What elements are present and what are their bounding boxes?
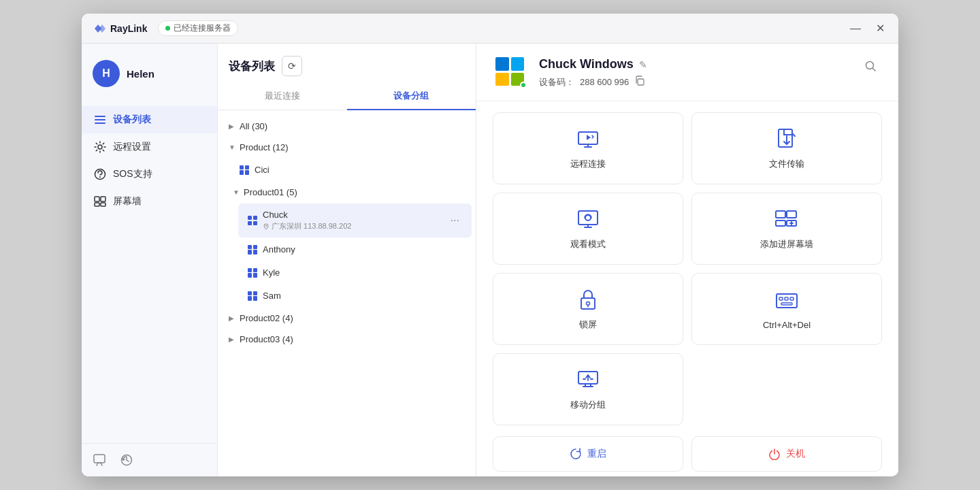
history-button[interactable] — [120, 453, 133, 467]
tree-item-anthony[interactable]: Anthony — [238, 238, 472, 261]
search-button[interactable] — [862, 57, 879, 78]
tree-group-all-header[interactable]: ▶ All (30) — [218, 116, 476, 137]
tree-group-product01-header[interactable]: ▼ Product01 (5) — [226, 182, 476, 203]
panel-header: 设备列表 ⟳ — [218, 44, 476, 83]
svg-rect-28 — [790, 297, 794, 300]
edit-icon[interactable]: ✎ — [639, 59, 647, 70]
detail-code-row: 设备码： 288 600 996 — [539, 76, 647, 88]
sam-device-icon — [248, 291, 257, 301]
tree-group-product-label: Product (12) — [240, 142, 289, 152]
tree-group-product03: ▶ Product03 (4) — [218, 329, 476, 350]
gear-icon — [94, 141, 106, 153]
status-text: 已经连接服务器 — [174, 22, 231, 34]
remote-icon — [576, 127, 600, 151]
sidebar-item-screen-wall[interactable]: 屏幕墙 — [82, 188, 217, 215]
location-icon — [263, 223, 270, 230]
cici-name: Cici — [255, 165, 462, 175]
tab-groups[interactable]: 设备分组 — [347, 83, 476, 110]
tree-item-cici[interactable]: Cici — [230, 159, 472, 181]
svg-rect-1 — [95, 119, 105, 120]
close-button[interactable]: ✕ — [873, 20, 887, 36]
action-ctrl-alt-del[interactable]: Ctrl+Alt+Del — [691, 273, 882, 345]
main-window: RayLink 已经连接服务器 — ✕ H Helen — [82, 14, 898, 476]
device-tree: ▶ All (30) ▼ Product (12) — [218, 110, 476, 476]
screen-icon — [94, 195, 106, 208]
device-name-section: Chuck Windows ✎ 设备码： 288 600 996 — [539, 57, 647, 88]
raylink-logo-icon — [93, 22, 106, 35]
svg-rect-20 — [787, 211, 796, 218]
chat-icon — [93, 453, 106, 467]
minimize-button[interactable]: — — [847, 21, 864, 36]
refresh-button[interactable]: ⟳ — [282, 56, 302, 76]
panel-tabs: 最近连接 设备分组 — [218, 83, 476, 110]
sidebar-item-sos-label: SOS支持 — [113, 168, 152, 180]
chuck-location: 广东深圳 113.88.98.202 — [263, 221, 448, 231]
device-code-label: 设备码： — [539, 76, 574, 88]
lock-icon — [576, 287, 600, 312]
kyle-device-icon — [248, 268, 257, 278]
remote-connect-label: 远程连接 — [570, 158, 606, 170]
tree-product01-children: Chuck 广东深圳 113.88.98.202 — [226, 203, 476, 307]
nav-items: 设备列表 远程设置 SOS支持 — [82, 101, 217, 443]
svg-rect-13 — [638, 79, 644, 85]
tree-group-product: ▼ Product (12) Cici — [218, 137, 476, 307]
shutdown-button[interactable]: 关机 — [691, 436, 882, 472]
lock-screen-label: 锁屏 — [579, 318, 597, 331]
tree-group-product03-header[interactable]: ▶ Product03 (4) — [218, 329, 476, 350]
tree-group-product01: ▼ Product01 (5) — [226, 182, 476, 307]
svg-rect-19 — [776, 211, 785, 218]
svg-rect-26 — [779, 297, 783, 300]
tree-arrow-product: ▼ — [229, 144, 235, 151]
action-file-transfer[interactable]: 文件传输 — [691, 112, 882, 184]
sam-info: Sam — [263, 291, 462, 301]
svg-rect-21 — [776, 220, 785, 226]
sidebar-item-sos[interactable]: SOS支持 — [82, 161, 217, 188]
svg-point-12 — [265, 225, 267, 227]
action-lock-screen[interactable]: 锁屏 — [493, 273, 683, 345]
search-icon — [864, 60, 877, 72]
add-screen-wall-label: 添加进屏幕墙 — [760, 238, 813, 250]
svg-point-18 — [585, 215, 591, 220]
sidebar-item-device-list[interactable]: 设备列表 — [82, 106, 217, 133]
connection-status: 已经连接服务器 — [158, 20, 238, 36]
tree-group-product-header[interactable]: ▼ Product (12) — [218, 137, 476, 158]
tree-item-chuck[interactable]: Chuck 广东深圳 113.88.98.202 — [238, 203, 472, 238]
action-add-screen-wall[interactable]: 添加进屏幕墙 — [691, 193, 882, 265]
action-watch-mode[interactable]: 观看模式 — [493, 193, 683, 265]
shutdown-label: 关机 — [786, 448, 805, 460]
tree-item-sam[interactable]: Sam — [238, 284, 472, 307]
sidebar-item-remote-settings[interactable]: 远程设置 — [82, 133, 217, 161]
window-controls: — ✕ — [847, 20, 887, 36]
main-layout: H Helen 设备列表 — [82, 44, 898, 476]
avatar: H — [93, 60, 120, 87]
svg-point-5 — [99, 176, 101, 178]
cici-device-icon — [240, 165, 249, 175]
tree-group-all-label: All (30) — [240, 121, 267, 131]
bottom-actions: 重启 关机 — [476, 436, 898, 476]
tab-recent[interactable]: 最近连接 — [218, 83, 347, 110]
action-remote-connect[interactable]: 远程连接 — [493, 112, 683, 184]
kyle-info: Kyle — [263, 267, 462, 278]
online-dot-icon — [520, 82, 527, 88]
detail-name-row: Chuck Windows ✎ — [539, 57, 647, 71]
panel-title: 设备列表 — [229, 59, 275, 74]
chat-button[interactable] — [93, 453, 106, 467]
svg-rect-7 — [101, 197, 105, 201]
keyboard-icon — [774, 289, 799, 313]
tree-group-product01-label: Product01 (5) — [244, 187, 297, 197]
copy-icon[interactable] — [634, 76, 645, 88]
username: Helen — [127, 68, 154, 80]
anthony-info: Anthony — [263, 244, 462, 255]
svg-rect-6 — [95, 197, 99, 201]
restart-label: 重启 — [587, 448, 606, 460]
cici-info: Cici — [255, 165, 462, 175]
restart-button[interactable]: 重启 — [493, 436, 683, 472]
tree-group-product02-header[interactable]: ▶ Product02 (4) — [218, 308, 476, 329]
status-dot-icon — [165, 26, 170, 31]
chuck-more-button[interactable]: ··· — [448, 213, 462, 228]
tree-item-kyle[interactable]: Kyle — [238, 261, 472, 284]
action-move-group[interactable]: 移动分组 — [493, 353, 683, 425]
tree-group-all: ▶ All (30) — [218, 116, 476, 137]
sos-icon — [94, 168, 106, 180]
tree-group-product02: ▶ Product02 (4) — [218, 308, 476, 329]
